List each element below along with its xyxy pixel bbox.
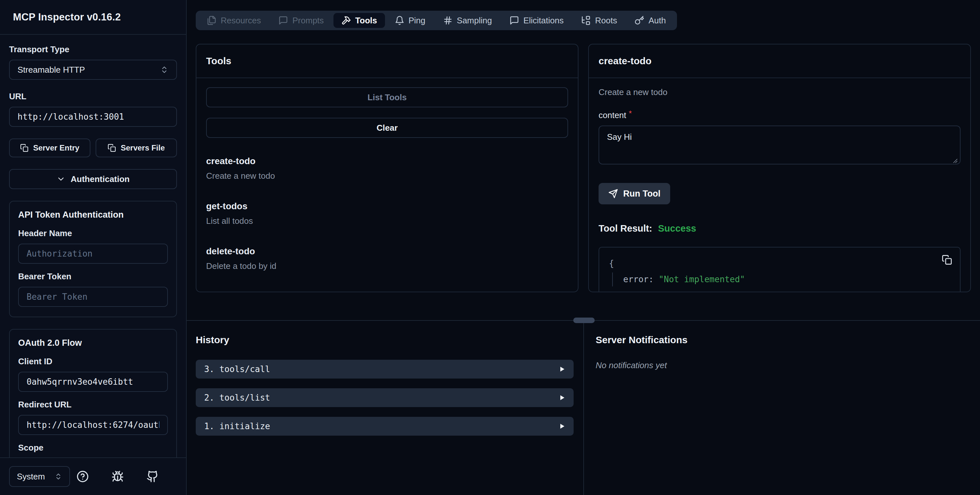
- notifications-empty-text: No notifications yet: [596, 360, 970, 370]
- oauth-title: OAuth 2.0 Flow: [18, 338, 168, 348]
- copy-icon: [20, 144, 29, 152]
- chevron-down-icon: [56, 174, 65, 184]
- oauth-card: OAuth 2.0 Flow Client ID Redirect URL Sc…: [9, 329, 177, 457]
- copy-result-button[interactable]: [942, 255, 952, 265]
- tool-list-item[interactable]: delete-todo Delete a todo by id: [206, 246, 568, 271]
- folder-tree-icon: [581, 16, 591, 25]
- url-input[interactable]: [18, 112, 169, 121]
- hash-icon: [443, 16, 453, 25]
- tab-sampling[interactable]: Sampling: [435, 13, 500, 28]
- github-button[interactable]: [146, 470, 159, 483]
- transport-type-label: Transport Type: [9, 45, 177, 54]
- tool-list-item[interactable]: create-todo Create a new todo: [206, 156, 568, 181]
- key-icon: [635, 16, 644, 25]
- tool-description: List all todos: [206, 216, 568, 226]
- tab-tools[interactable]: Tools: [334, 13, 385, 28]
- authentication-toggle[interactable]: Authentication: [9, 169, 177, 189]
- horizontal-divider: [187, 320, 980, 321]
- files-icon: [207, 16, 216, 25]
- debug-button[interactable]: [111, 470, 124, 483]
- tool-description: Delete a todo by id: [206, 261, 568, 271]
- history-row[interactable]: 1. initialize: [196, 417, 574, 436]
- chevrons-up-down-icon: [160, 65, 169, 74]
- authentication-toggle-label: Authentication: [71, 174, 130, 184]
- transport-type-select[interactable]: Streamable HTTP: [9, 60, 177, 80]
- tab-ping-label: Ping: [409, 16, 425, 26]
- history-title: History: [196, 334, 574, 345]
- clear-button[interactable]: Clear: [206, 118, 568, 138]
- content-field-label: content: [598, 110, 626, 120]
- theme-select[interactable]: System: [9, 466, 70, 487]
- help-circle-icon: [76, 470, 89, 483]
- history-row[interactable]: 2. tools/list: [196, 388, 574, 407]
- code-key: error:: [623, 275, 654, 284]
- theme-select-value: System: [17, 472, 45, 482]
- content-field[interactable]: Say Hi: [598, 126, 961, 164]
- server-entry-label: Server Entry: [33, 144, 80, 152]
- transport-type-value: Streamable HTTP: [18, 65, 85, 75]
- tab-prompts-label: Prompts: [292, 16, 324, 26]
- panels-row: Tools List Tools Clear create-todo Creat…: [187, 30, 980, 292]
- server-entry-button[interactable]: Server Entry: [9, 139, 91, 157]
- history-row-label: 1. initialize: [204, 422, 270, 431]
- url-input-wrap: [9, 107, 177, 127]
- tools-panel-header: Tools: [196, 45, 578, 78]
- tool-description: Create a new todo: [206, 171, 568, 181]
- history-panel: History 3. tools/call 2. tools/list 1. i…: [187, 321, 584, 495]
- footer-icons: [76, 470, 159, 483]
- tab-auth[interactable]: Auth: [627, 13, 674, 28]
- redirect-url-input[interactable]: [27, 420, 159, 430]
- run-tool-label: Run Tool: [623, 189, 660, 199]
- tool-result-label: Tool Result:: [598, 223, 652, 233]
- bug-icon: [111, 470, 124, 483]
- tab-elicitations[interactable]: Elicitations: [502, 13, 571, 28]
- redirect-url-label: Redirect URL: [18, 400, 168, 410]
- app-title: MCP Inspector v0.16.2: [13, 11, 121, 23]
- tool-detail-description: Create a new todo: [598, 87, 961, 97]
- tools-panel: Tools List Tools Clear create-todo Creat…: [196, 44, 579, 292]
- servers-file-label: Servers File: [121, 144, 165, 152]
- copy-icon: [108, 144, 116, 152]
- panel-resize-handle[interactable]: [573, 318, 595, 323]
- play-icon: [559, 366, 565, 372]
- url-label: URL: [9, 91, 177, 102]
- list-tools-button[interactable]: List Tools: [206, 87, 568, 107]
- history-row-label: 2. tools/list: [204, 393, 270, 402]
- tool-list: create-todo Create a new todo get-todos …: [206, 156, 568, 271]
- sidebar-footer: System: [0, 457, 186, 495]
- required-asterisk: *: [629, 109, 632, 118]
- github-icon: [146, 470, 159, 483]
- tab-resources[interactable]: Resources: [199, 13, 269, 28]
- bell-icon: [395, 16, 404, 25]
- bearer-token-input[interactable]: [27, 292, 159, 302]
- sidebar-header: MCP Inspector v0.16.2: [0, 0, 186, 35]
- client-id-input-wrap: [18, 372, 168, 392]
- help-button[interactable]: [76, 470, 89, 483]
- tools-panel-title: Tools: [206, 56, 568, 67]
- send-icon: [608, 189, 618, 198]
- servers-file-button[interactable]: Servers File: [95, 139, 177, 157]
- tab-roots[interactable]: Roots: [573, 13, 625, 28]
- header-name-input[interactable]: [27, 249, 159, 259]
- header-name-label: Header Name: [18, 228, 168, 238]
- sidebar: MCP Inspector v0.16.2 Transport Type Str…: [0, 0, 187, 495]
- sidebar-body: Transport Type Streamable HTTP URL Serve…: [0, 35, 186, 457]
- run-tool-button[interactable]: Run Tool: [598, 183, 670, 204]
- history-row[interactable]: 3. tools/call: [196, 360, 574, 378]
- client-id-input[interactable]: [27, 377, 159, 386]
- hammer-icon: [341, 16, 351, 25]
- tab-bar: Resources Prompts Tools Ping Sampling El…: [196, 11, 677, 30]
- code-close-brace: }: [609, 288, 950, 292]
- api-token-title: API Token Authentication: [18, 210, 168, 220]
- message-square-icon: [278, 16, 288, 25]
- redirect-url-input-wrap: [18, 415, 168, 435]
- tab-prompts[interactable]: Prompts: [270, 13, 331, 28]
- resize-grip-icon[interactable]: [952, 158, 958, 163]
- code-open-brace: {: [609, 257, 950, 270]
- tool-list-item[interactable]: get-todos List all todos: [206, 201, 568, 226]
- main-area: Resources Prompts Tools Ping Sampling El…: [187, 0, 980, 495]
- tab-sampling-label: Sampling: [457, 16, 492, 26]
- server-notifications-panel: Server Notifications No notifications ye…: [584, 321, 980, 495]
- tools-panel-body: List Tools Clear create-todo Create a ne…: [196, 78, 578, 292]
- tab-ping[interactable]: Ping: [387, 13, 433, 28]
